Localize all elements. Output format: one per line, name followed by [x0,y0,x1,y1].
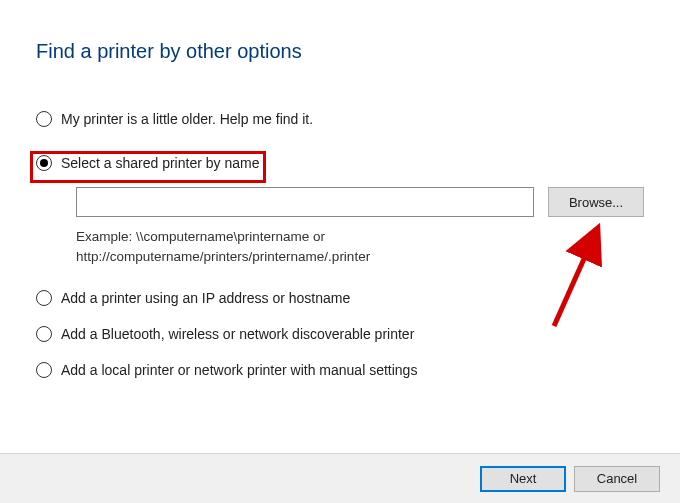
radio-icon [36,290,52,306]
example-text: Example: \\computername\printername or h… [76,227,476,266]
footer-bar: Next Cancel [0,453,680,503]
radio-dot-icon [40,159,48,167]
printer-name-input[interactable] [76,187,534,217]
printer-options-group: My printer is a little older. Help me fi… [36,111,644,398]
option-local-printer[interactable]: Add a local printer or network printer w… [36,362,644,378]
shared-printer-section: Browse... Example: \\computername\printe… [36,187,644,266]
radio-icon [36,362,52,378]
option-label: Select a shared printer by name [61,155,259,171]
example-line2: http://computername/printers/printername… [76,249,370,264]
cancel-button[interactable]: Cancel [574,466,660,492]
option-label: Add a Bluetooth, wireless or network dis… [61,326,414,342]
option-ip-address[interactable]: Add a printer using an IP address or hos… [36,290,644,306]
page-title: Find a printer by other options [36,40,644,63]
radio-icon [36,326,52,342]
option-older-printer[interactable]: My printer is a little older. Help me fi… [36,111,644,127]
option-label: Add a local printer or network printer w… [61,362,417,378]
option-bluetooth[interactable]: Add a Bluetooth, wireless or network dis… [36,326,644,342]
option-label: Add a printer using an IP address or hos… [61,290,350,306]
radio-icon-selected [36,155,52,171]
option-shared-printer[interactable]: Select a shared printer by name [36,155,644,171]
radio-icon [36,111,52,127]
next-button[interactable]: Next [480,466,566,492]
option-label: My printer is a little older. Help me fi… [61,111,313,127]
browse-button[interactable]: Browse... [548,187,644,217]
example-line1: Example: \\computername\printername or [76,229,325,244]
